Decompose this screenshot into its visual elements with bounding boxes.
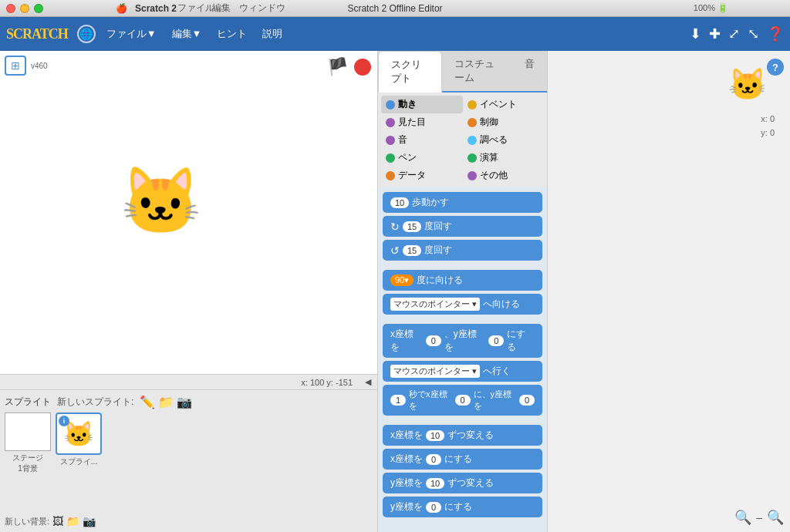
block-goto-xy-end: にする xyxy=(507,328,535,354)
close-button[interactable] xyxy=(6,4,15,13)
block-change-y-label1: y座標を xyxy=(390,476,423,490)
add-icon[interactable]: ✚ xyxy=(709,25,721,42)
expand-stage-icon[interactable]: ◀ xyxy=(365,377,371,387)
cat-sprite: 🐱 xyxy=(120,163,201,240)
script-coords: x: 0 y: 0 xyxy=(761,113,775,140)
stage-size-label: v460 xyxy=(31,62,48,70)
maximize-button[interactable] xyxy=(34,4,43,13)
block-gap-3 xyxy=(383,419,542,422)
new-sprite-label: 新しいスプライト: xyxy=(57,396,133,409)
cat-more-label: その他 xyxy=(480,169,508,182)
download-icon[interactable]: ⬇ xyxy=(690,25,701,42)
cat-sensing[interactable]: 調べる xyxy=(463,131,545,149)
block-set-y-label1: y座標を xyxy=(390,500,423,513)
zoom-separator: – xyxy=(756,511,762,524)
block-gap-1 xyxy=(383,264,542,267)
block-goto-y-input: 0 xyxy=(488,335,504,346)
stage-thumb-box[interactable] xyxy=(5,412,51,451)
block-set-y-input: 0 xyxy=(426,502,441,513)
cat-pen[interactable]: ペン xyxy=(381,149,463,167)
block-point-dir[interactable]: 90▾ 度に向ける xyxy=(383,270,542,291)
script-x-coord: x: 0 xyxy=(761,113,775,126)
cat-motion[interactable]: 動き xyxy=(381,96,463,113)
cat-control[interactable]: 制御 xyxy=(463,113,545,131)
block-gap-2 xyxy=(383,318,542,321)
file-menu[interactable]: ファイル xyxy=(177,2,214,15)
block-goto-mouse-dropdown[interactable]: マウスのポインター ▾ xyxy=(390,365,480,378)
cat-events[interactable]: イベント xyxy=(463,96,545,113)
stage-view-button[interactable]: ⊞ xyxy=(5,56,26,76)
block-point-dir-input: 90▾ xyxy=(390,274,414,286)
block-point-mouse-label: へ向ける xyxy=(483,298,520,311)
app-title: Scratch 2 xyxy=(135,3,177,14)
tab-costumes[interactable]: コスチューム xyxy=(442,51,512,91)
upload-sprite-icon[interactable]: 📁 xyxy=(158,395,174,409)
sprite-thumb-box[interactable]: i 🐱 xyxy=(56,412,102,455)
camera-sprite-icon[interactable]: 📷 xyxy=(177,395,192,409)
block-glide-y-input: 0 xyxy=(519,395,535,406)
toolbar-icons: ⬇ ✚ ⤢ ⤡ ❓ xyxy=(690,25,784,42)
block-change-x-label1: x座標を xyxy=(390,429,423,442)
script-area: ? 🐱 x: 0 y: 0 🔍 – 🔍 xyxy=(548,51,790,532)
block-goto-mouse[interactable]: マウスのポインター ▾ へ行く xyxy=(383,361,542,382)
expand-icon[interactable]: ⤢ xyxy=(728,25,740,42)
block-turn-left[interactable]: ↺ 15 度回す xyxy=(383,240,542,261)
zoom-in-button[interactable]: 🔍 xyxy=(767,509,784,526)
block-point-mouse[interactable]: マウスのポインター ▾ へ向ける xyxy=(383,294,542,315)
tab-scripts[interactable]: スクリプト xyxy=(378,51,442,93)
cat-operators-label: 演算 xyxy=(480,151,498,164)
file-menu-item[interactable]: ファイル▼ xyxy=(102,24,161,44)
cat-operators[interactable]: 演算 xyxy=(463,149,545,167)
cat-looks[interactable]: 見た目 xyxy=(381,113,463,131)
window-menu[interactable]: ウィンドウ xyxy=(239,2,285,15)
paint-backdrop-icon[interactable]: 🖼 xyxy=(52,515,63,527)
cat-data[interactable]: データ xyxy=(381,167,463,184)
block-glide-x-input: 0 xyxy=(455,395,471,406)
explain-menu-item[interactable]: 説明 xyxy=(258,24,287,44)
block-turn-left-label: 度回す xyxy=(424,244,452,257)
block-glide-label1: 秒でx座標を xyxy=(409,389,452,412)
stage-sublabel: 1背景 xyxy=(5,463,51,474)
paint-sprite-icon[interactable]: ✏️ xyxy=(140,395,155,409)
camera-backdrop-icon[interactable]: 📷 xyxy=(83,515,96,527)
block-turn-right[interactable]: ↻ 15 度回す xyxy=(383,216,542,237)
shrink-icon[interactable]: ⤡ xyxy=(748,25,759,42)
cat-events-label: イベント xyxy=(480,98,517,111)
cat-more[interactable]: その他 xyxy=(463,167,545,184)
block-change-x[interactable]: x座標を 10 ずつ変える xyxy=(383,425,542,446)
edit-menu-item[interactable]: 編集▼ xyxy=(167,24,207,44)
minimize-button[interactable] xyxy=(20,4,29,13)
cat-sound-label: 音 xyxy=(398,133,407,146)
script-y-coord: y: 0 xyxy=(761,126,775,140)
cat-looks-label: 見た目 xyxy=(398,116,426,129)
help-icon[interactable]: ❓ xyxy=(767,25,784,42)
sprite-info-icon[interactable]: i xyxy=(59,416,69,426)
cat-sensing-dot xyxy=(468,136,477,145)
battery-status: 100% 🔋 xyxy=(694,3,728,13)
block-move[interactable]: 10 歩動かす xyxy=(383,192,542,213)
cat-sound[interactable]: 音 xyxy=(381,131,463,149)
block-goto-xy[interactable]: x座標を 0 、y座標を 0 にする xyxy=(383,324,542,358)
block-change-y-label2: ずつ変える xyxy=(447,476,494,490)
help-button[interactable]: ? xyxy=(767,59,784,76)
block-change-y[interactable]: y座標を 10 ずつ変える xyxy=(383,473,542,493)
stop-button[interactable] xyxy=(354,59,371,76)
block-set-x[interactable]: x座標を 0 にする xyxy=(383,449,542,470)
upload-backdrop-icon[interactable]: 📁 xyxy=(66,515,79,527)
green-flag-button[interactable]: 🏴 xyxy=(327,57,348,77)
block-set-x-label1: x座標を xyxy=(390,453,423,466)
stage-label: ステージ xyxy=(5,453,51,463)
cat-more-dot xyxy=(468,171,477,180)
block-glide[interactable]: 1 秒でx座標を 0 に、y座標を 0 xyxy=(383,385,542,416)
block-point-mouse-dropdown[interactable]: マウスのポインター ▾ xyxy=(390,298,480,311)
edit-menu[interactable]: 編集 xyxy=(212,2,231,15)
stage-thumb: ステージ 1背景 xyxy=(5,412,51,474)
hint-menu-item[interactable]: ヒント xyxy=(212,24,252,44)
cat-sound-dot xyxy=(386,136,395,145)
cat-data-label: データ xyxy=(398,169,426,182)
language-button[interactable]: 🌐 xyxy=(77,25,96,43)
block-set-y[interactable]: y座標を 0 にする xyxy=(383,497,542,517)
zoom-out-button[interactable]: 🔍 xyxy=(734,509,751,526)
script-cat-sprite: 🐱 xyxy=(728,66,767,103)
tab-sounds[interactable]: 音 xyxy=(512,51,547,91)
